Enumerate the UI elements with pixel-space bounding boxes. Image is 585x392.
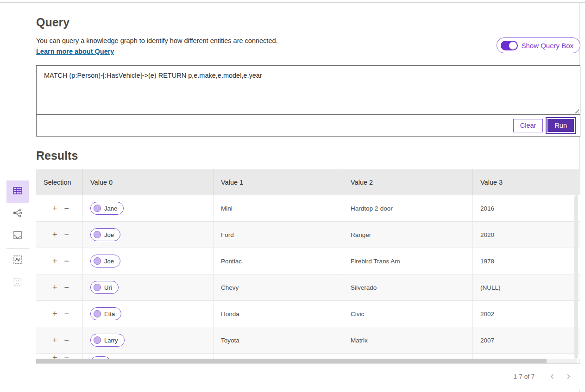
selection-cell: + −	[36, 222, 82, 248]
toggle-label: Show Query Box	[521, 42, 573, 50]
remove-from-selection-button[interactable]: −	[64, 230, 69, 239]
vertical-scrollbar[interactable]	[574, 195, 578, 359]
column-header-selection: Selection	[36, 169, 82, 195]
selection-cell: + −	[36, 327, 82, 353]
entity-dot-icon	[94, 310, 101, 317]
show-query-box-toggle[interactable]: Show Query Box	[497, 37, 580, 53]
remove-from-selection-button[interactable]: −	[64, 354, 69, 359]
entity-pill[interactable]: Etta	[90, 307, 121, 320]
add-to-selection-button[interactable]: +	[52, 354, 57, 359]
page-title: Query	[36, 16, 580, 29]
table-view-icon	[12, 185, 23, 198]
value1-cell: Toyota	[213, 327, 343, 353]
value2-cell: Firebird Trans Am	[343, 248, 472, 274]
previous-page-button[interactable]: ‹	[548, 371, 555, 381]
map-link-chart-view-icon	[13, 255, 23, 267]
query-box: MATCH (p:Person)-[:HasVehicle]->(e) RETU…	[36, 65, 580, 137]
entity-label: Joe	[104, 258, 114, 265]
map-view-icon	[13, 230, 23, 242]
entity-dot-icon	[94, 231, 101, 238]
add-to-selection-button[interactable]: +	[52, 310, 57, 318]
table-header-row: Selection Value 0 Value 1 Value 2 Value …	[36, 169, 580, 195]
entity-pill[interactable]: Joe	[90, 255, 120, 268]
value3-cell: 2007	[472, 327, 580, 353]
query-footer: Clear Run	[37, 115, 580, 136]
value0-cell: Etta	[82, 301, 213, 327]
add-to-selection-button[interactable]: +	[52, 230, 57, 239]
next-page-button[interactable]: ›	[565, 371, 572, 381]
horizontal-scrollbar-track	[36, 359, 577, 363]
table-row: + − Etta Honda Civic 2002	[36, 301, 580, 327]
entity-label: Etta	[104, 311, 115, 317]
selection-cell: + −	[36, 354, 82, 359]
table-row: + − Larry Toyota Matrix 2007	[36, 327, 580, 354]
entity-dot-icon	[94, 336, 101, 344]
selection-cell: + −	[36, 301, 82, 327]
map-view-button[interactable]	[6, 225, 29, 247]
toggle-switch-icon[interactable]	[501, 41, 518, 50]
value2-cell: Hardtop 2-door	[343, 195, 472, 221]
toggle-knob	[509, 42, 517, 50]
entity-pill[interactable]: Jane	[90, 202, 124, 215]
selection-cell: + −	[36, 274, 82, 300]
value1-cell: Ford	[213, 222, 343, 248]
value2-cell: Silverado	[343, 274, 472, 300]
entity-dot-icon	[94, 205, 101, 212]
column-header-value2: Value 2	[343, 169, 472, 195]
entity-label: Uri	[104, 284, 112, 291]
remove-from-selection-button[interactable]: −	[64, 336, 69, 344]
value1-cell: Chevy	[213, 274, 343, 300]
table-body: + − Jane Mini Hardtop 2-door 2016 +	[36, 195, 580, 359]
link-chart-view-button[interactable]	[6, 203, 29, 225]
value0-cell: Uri	[82, 274, 213, 300]
remove-from-selection-button[interactable]: −	[64, 257, 69, 265]
run-button[interactable]: Run	[547, 118, 575, 133]
learn-more-link[interactable]: Learn more about Query	[36, 48, 114, 55]
horizontal-scrollbar-thumb[interactable]	[36, 359, 547, 363]
selection-cell: + −	[36, 195, 82, 221]
entity-pill[interactable]: Larry	[90, 334, 125, 347]
view-switcher-sidebar	[6, 180, 29, 294]
table-row: + − Joe Ford Ranger 2020	[36, 222, 580, 248]
value3-cell: 2002	[472, 301, 580, 327]
column-header-value3: Value 3	[472, 169, 580, 195]
entity-label: Jane	[104, 205, 117, 212]
value3-cell: 2016	[472, 195, 580, 221]
remove-from-selection-button[interactable]: −	[64, 204, 69, 212]
clear-button[interactable]: Clear	[513, 119, 543, 132]
results-title: Results	[36, 149, 580, 162]
table-view-button[interactable]	[6, 180, 29, 203]
remove-from-selection-button[interactable]: −	[64, 310, 69, 318]
map-link-chart-view-button[interactable]	[6, 249, 29, 272]
value0-cell: Joe	[82, 248, 213, 274]
entity-pill[interactable]: Uri	[90, 281, 119, 294]
value0-cell: Jane	[82, 195, 213, 221]
entity-pill[interactable]: Joe	[90, 228, 120, 241]
table-row: + − Joe Pontiac Firebird Trans Am 1978	[36, 248, 580, 274]
value3-cell: (NULL)	[472, 274, 580, 300]
value2-cell	[343, 354, 472, 359]
value0-cell	[82, 354, 213, 359]
remove-from-selection-button[interactable]: −	[64, 283, 69, 292]
column-header-value0: Value 0	[82, 169, 213, 195]
entity-label: Joe	[104, 231, 114, 238]
table-row: + −	[36, 354, 580, 359]
add-to-selection-button[interactable]: +	[52, 283, 57, 292]
add-to-selection-button[interactable]: +	[52, 336, 57, 344]
value1-cell: Honda	[213, 301, 343, 327]
link-chart-view-icon	[12, 207, 23, 220]
value1-cell: Mini	[213, 195, 343, 221]
pagination-bar: 1-7 of 7 ‹ ›	[36, 363, 580, 389]
results-table: Selection Value 0 Value 1 Value 2 Value …	[36, 169, 580, 389]
empty-view-icon	[13, 277, 23, 289]
column-header-value1: Value 1	[213, 169, 343, 195]
pagination-range-label: 1-7 of 7	[514, 373, 535, 380]
add-to-selection-button[interactable]: +	[52, 257, 57, 265]
value3-cell: 2020	[472, 222, 580, 248]
selection-cell: + −	[36, 248, 82, 274]
add-to-selection-button[interactable]: +	[52, 204, 57, 212]
value0-cell: Joe	[82, 222, 213, 248]
query-input[interactable]: MATCH (p:Person)-[:HasVehicle]->(e) RETU…	[37, 66, 580, 114]
value2-cell: Ranger	[343, 222, 472, 248]
value2-cell: Civic	[343, 301, 472, 327]
